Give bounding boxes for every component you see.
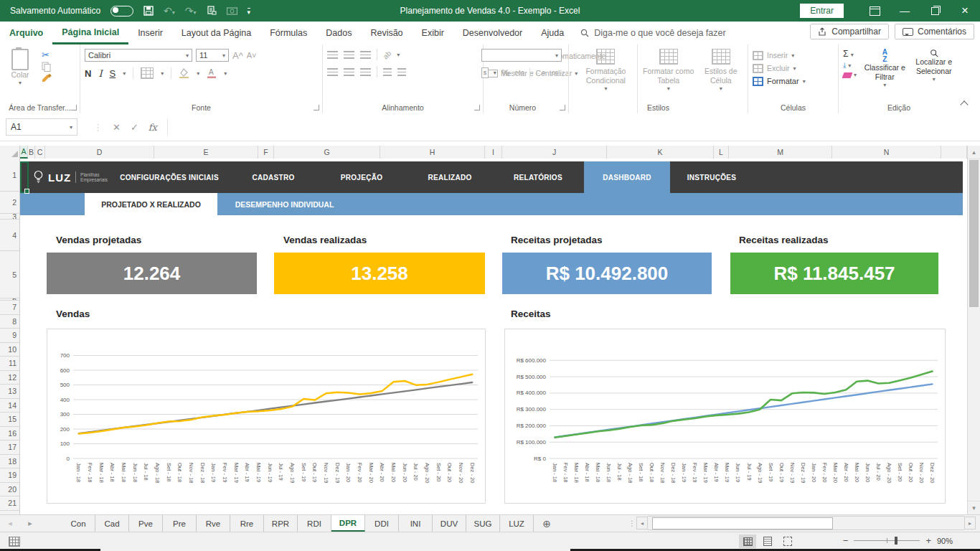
delete-cells-button[interactable]: Excluir▾ [753,62,834,75]
cell-styles-button[interactable]: Estilos de Célula▾ [699,49,743,93]
nav-instrucoes[interactable]: INSTRUÇÕES [670,161,753,193]
column-header[interactable]: A [20,146,28,159]
sign-in-button[interactable]: Entrar [800,4,844,18]
row-header[interactable]: 7 [0,301,19,315]
copy-icon[interactable] [42,62,52,72]
normal-view-button[interactable] [739,534,756,548]
row-header[interactable]: 21 [0,496,19,511]
minimize-button[interactable]: — [890,0,920,22]
sheet-tab[interactable]: SUG [466,515,500,532]
tabbar-resize-handle[interactable]: ⋮ [628,519,636,527]
sort-filter-button[interactable]: AZ Classificar e Filtrar▾ [864,49,905,89]
name-box[interactable]: A1▾ [6,118,77,136]
qat-customize-icon[interactable]: ▾ [248,8,251,14]
tab-revisao[interactable]: Revisão [361,22,412,44]
row-header[interactable]: 18 [0,455,19,469]
column-header[interactable]: J [502,146,607,159]
conditional-formatting-button[interactable]: Formatação Condicional▾ [573,49,639,93]
sheet-tab[interactable]: LUZ [500,515,534,532]
column-header[interactable]: E [154,146,258,159]
sheet-nav-right-icon[interactable]: ▸ [20,515,40,532]
page-break-view-button[interactable] [779,534,796,548]
row-header[interactable]: 19 [0,468,19,483]
collapse-ribbon-icon[interactable] [960,100,968,108]
row-header[interactable]: 4 [0,220,19,251]
clear-icon[interactable]: ▾ [843,72,857,78]
sheet-nav-left-icon[interactable]: ◂ [0,515,20,532]
row-header[interactable]: 2 [0,192,19,214]
borders-icon[interactable] [141,67,154,79]
align-left-icon[interactable] [327,68,338,76]
zoom-out-button[interactable]: − [843,535,849,546]
enter-formula-icon[interactable]: ✓ [131,122,138,133]
column-header[interactable] [941,146,967,159]
underline-button[interactable]: S [110,68,116,79]
sheet-tab[interactable]: Pve [129,515,163,532]
decrease-decimal-icon[interactable]: .00→ [550,70,564,76]
font-dialog-launcher[interactable] [314,105,319,110]
tab-arquivo[interactable]: Arquivo [0,22,52,44]
vertical-scrollbar[interactable]: ▴ ▾ [967,146,980,514]
camera-icon[interactable] [227,6,237,15]
orientation-icon[interactable]: ab [382,49,393,60]
row-header[interactable]: 10 [0,343,19,357]
scroll-up-icon[interactable]: ▴ [968,146,980,159]
cut-icon[interactable]: ✂ [42,50,52,60]
hscroll-left-icon[interactable]: ◂ [636,517,648,529]
print-preview-icon[interactable] [207,6,217,16]
row-header[interactable]: 20 [0,483,19,497]
row-header[interactable]: 1 [0,159,19,192]
align-right-icon[interactable] [360,68,371,76]
comments-button[interactable]: Comentários [895,24,974,39]
accounting-format-icon[interactable]: $ [481,67,489,78]
ribbon-display-options-icon[interactable] [859,0,890,22]
column-header[interactable]: G [274,146,380,159]
row-header[interactable]: 14 [0,399,19,413]
row-header[interactable]: 9 [0,329,19,343]
number-dialog-launcher[interactable] [560,105,565,110]
column-header[interactable]: C [35,146,45,159]
find-select-button[interactable]: Localizar e Selecionar▾ [913,49,955,89]
increase-decimal-icon[interactable]: ←.0 [534,70,545,76]
row-header[interactable]: 12 [0,371,19,385]
page-layout-view-button[interactable] [759,534,776,548]
sheet-tab[interactable]: RDI [298,515,331,532]
align-top-icon[interactable] [327,51,338,59]
column-header[interactable]: F [258,146,274,159]
fill-color-icon[interactable] [179,68,189,78]
align-bottom-icon[interactable] [360,51,371,59]
tab-exibir[interactable]: Exibir [413,22,453,44]
tab-ajuda[interactable]: Ajuda [532,22,573,44]
align-middle-icon[interactable] [344,51,354,59]
vertical-scroll-thumb[interactable] [969,160,979,307]
sheet-tab[interactable]: DDI [365,515,399,532]
increase-indent-icon[interactable] [397,68,406,76]
column-header[interactable]: D [45,146,154,159]
row-header[interactable]: 17 [0,441,19,455]
percent-style-icon[interactable]: % [501,67,510,78]
share-button[interactable]: Compartilhar [810,24,889,39]
column-header[interactable]: L [714,146,729,159]
add-sheet-button[interactable]: ⊕ [534,515,560,532]
italic-button[interactable]: I [98,68,102,79]
format-as-table-button[interactable]: Formatar como Tabela▾ [639,49,699,93]
sheet-tab[interactable]: Cad [95,515,129,532]
insert-function-icon[interactable]: fx [149,122,157,133]
column-header[interactable]: K [607,146,714,159]
horizontal-scroll-thumb[interactable] [652,517,833,529]
row-header[interactable]: 5 [0,251,19,298]
increase-font-icon[interactable]: A^ [232,50,243,61]
tell-me-search[interactable]: Diga-me o que você deseja fazer [573,22,732,44]
row-header[interactable]: 11 [0,357,19,371]
column-header[interactable]: H [380,146,485,159]
scroll-down-icon[interactable]: ▾ [968,501,980,514]
nav-dashboard[interactable]: DASHBOARD [584,161,670,193]
format-cells-button[interactable]: Formatar▾ [753,75,834,88]
align-center-icon[interactable] [344,68,354,76]
row-header[interactable]: 8 [0,315,19,329]
select-all-corner[interactable] [0,146,20,159]
zoom-level[interactable]: 90% [937,537,958,545]
nav-configuracoes-iniciais[interactable]: CONFIGURAÇÕES INICIAIS [108,161,231,193]
sheet-tab[interactable]: RPR [264,515,298,532]
sheet-tab[interactable]: INI [399,515,433,532]
